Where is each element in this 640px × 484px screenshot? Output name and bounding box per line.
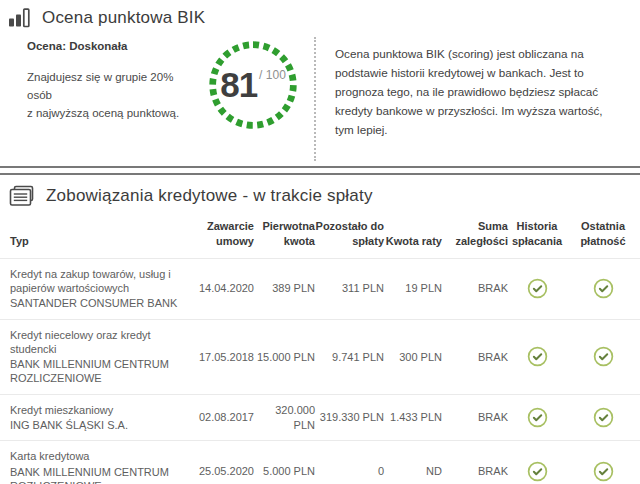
loan-installment: 300 PLN: [384, 319, 442, 394]
loan-type: Karta kredytowa: [10, 449, 188, 463]
loan-installment: ND: [384, 441, 442, 484]
loan-bank: BANK MILLENNIUM CENTRUM ROZLICZENIOWE: [10, 357, 188, 386]
loan-original-amount: 5.000 PLN: [254, 441, 315, 484]
loans-table-body: Kredyt na zakup towarów, usług i papieró…: [0, 258, 640, 484]
score-section-header: Ocena punktowa BIK: [0, 0, 640, 28]
loan-overdue: BRAK: [442, 319, 508, 394]
check-icon: [527, 407, 548, 428]
loan-installment: 1.433 PLN: [384, 394, 442, 441]
loan-overdue: BRAK: [442, 394, 508, 441]
table-row: Kredyt niecelowy oraz kredyt studencki B…: [0, 319, 640, 394]
score-body: Ocena: Doskonała Znajdujesz się w grupie…: [0, 37, 640, 163]
loans-section: Zobowiązania kredytowe - w trakcie spłat…: [0, 175, 640, 484]
loans-section-header: Zobowiązania kredytowe - w trakcie spłat…: [0, 175, 640, 207]
col-header-pozostalo: Pozostało do spłaty: [315, 209, 384, 258]
col-header-kwota-raty: Kwota raty: [384, 209, 442, 258]
loan-bank: ING BANK ŚLĄSKI S.A.: [10, 418, 188, 432]
loan-remaining-amount: 0: [315, 441, 384, 484]
loan-type: Kredyt niecelowy oraz kredyt studencki: [10, 328, 188, 357]
loan-bank: SANTANDER CONSUMER BANK: [10, 296, 188, 310]
table-header-row: Typ Zawarcie umowy Pierwotna kwota Pozos…: [0, 209, 640, 258]
table-row: Kredyt na zakup towarów, usług i papieró…: [0, 258, 640, 319]
score-gauge: 81 / 100: [192, 37, 314, 163]
check-icon: [593, 461, 614, 482]
loan-date: 14.04.2020: [196, 258, 254, 319]
col-header-historia: Historia spłacania: [508, 209, 566, 258]
score-group-line2: z najwyższą oceną punktową.: [27, 107, 179, 119]
loan-original-amount: 320.000 PLN: [254, 394, 315, 441]
loan-date: 25.05.2020: [196, 441, 254, 484]
loan-date: 17.05.2018: [196, 319, 254, 394]
loans-table: Typ Zawarcie umowy Pierwotna kwota Pozos…: [0, 209, 640, 484]
section-separator: [0, 166, 640, 175]
table-row: Karta kredytowa BANK MILLENNIUM CENTRUM …: [0, 441, 640, 484]
check-icon: [593, 278, 614, 299]
check-icon: [527, 346, 548, 367]
score-description: Ocena punktowa BIK (scoring) jest oblicz…: [316, 37, 640, 163]
col-header-typ: Typ: [0, 209, 196, 258]
score-rating-label: Ocena: Doskonała: [27, 40, 192, 52]
loan-bank: BANK MILLENNIUM CENTRUM ROZLICZENIOWE: [10, 465, 188, 484]
col-header-ostatnia: Ostatnia płatność: [566, 209, 640, 258]
col-header-zaleglosci: Suma zaległości: [442, 209, 508, 258]
score-group-line1: Znajdujesz się w grupie 20% osób: [27, 71, 173, 101]
loans-section-title: Zobowiązania kredytowe - w trakcie spłat…: [46, 186, 373, 206]
loan-installment: 19 PLN: [384, 258, 442, 319]
table-row: Kredyt mieszkaniowy ING BANK ŚLĄSKI S.A.…: [0, 394, 640, 441]
score-section-title: Ocena punktowa BIK: [42, 8, 205, 28]
score-summary: Ocena: Doskonała Znajdujesz się w grupie…: [0, 37, 192, 163]
loan-date: 02.08.2017: [196, 394, 254, 441]
loan-type: Kredyt mieszkaniowy: [10, 403, 188, 417]
loan-type: Kredyt na zakup towarów, usług i papieró…: [10, 267, 188, 296]
loan-remaining-amount: 319.330 PLN: [315, 394, 384, 441]
score-value: 81: [220, 65, 257, 105]
check-icon: [593, 346, 614, 367]
loan-overdue: BRAK: [442, 441, 508, 484]
col-header-pierwotna: Pierwotna kwota: [254, 209, 315, 258]
bar-chart-icon: [8, 8, 31, 28]
loan-original-amount: 15.000 PLN: [254, 319, 315, 394]
col-header-zawarcie: Zawarcie umowy: [196, 209, 254, 258]
loan-overdue: BRAK: [442, 258, 508, 319]
loan-remaining-amount: 9.741 PLN: [315, 319, 384, 394]
loan-original-amount: 389 PLN: [254, 258, 315, 319]
score-group-text: Znajdujesz się w grupie 20% osób z najwy…: [27, 69, 192, 122]
score-section: Ocena punktowa BIK Ocena: Doskonała Znaj…: [0, 0, 640, 166]
score-max: / 100: [259, 68, 286, 82]
loan-remaining-amount: 311 PLN: [315, 258, 384, 319]
document-list-icon: [8, 185, 35, 207]
check-icon: [593, 407, 614, 428]
check-icon: [527, 278, 548, 299]
check-icon: [527, 461, 548, 482]
